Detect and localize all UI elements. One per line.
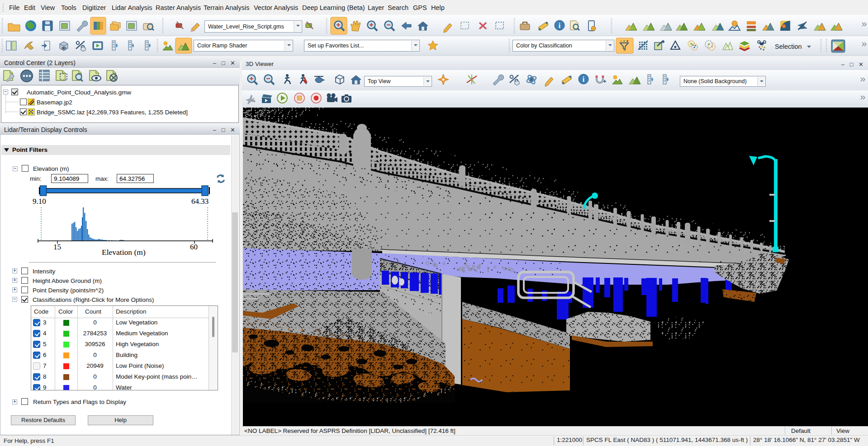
svg-text:i: i — [583, 75, 585, 83]
svg-text:Selection: Selection — [775, 43, 802, 50]
svg-text:i: i — [559, 22, 561, 29]
